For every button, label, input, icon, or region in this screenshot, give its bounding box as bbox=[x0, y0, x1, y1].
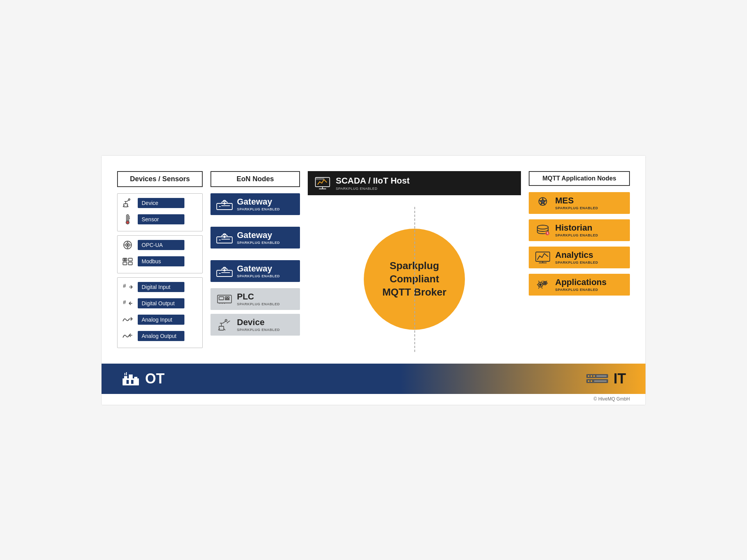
devices-header: Devices / Sensors bbox=[117, 171, 203, 187]
device-label-opcua: OPC-UA bbox=[138, 240, 184, 250]
plc-icon bbox=[216, 292, 233, 306]
eon-device-title: Device bbox=[237, 318, 280, 327]
device-item-analog-input: Analog Input bbox=[121, 313, 199, 327]
eon-gateway-1: Gateway SPARKPLUG ENABLED bbox=[210, 193, 300, 215]
ot-section: OT bbox=[121, 371, 165, 387]
mes-text: MES SPARKPLUG ENABLED bbox=[555, 196, 598, 210]
copyright-text: © HiveMQ GmbH bbox=[593, 396, 630, 402]
it-label-text: IT bbox=[614, 371, 626, 387]
svg-rect-82 bbox=[126, 380, 129, 384]
svg-rect-52 bbox=[219, 326, 224, 330]
applications-subtitle: SPARKPLUG ENABLED bbox=[555, 288, 607, 292]
gateway-title-1: Gateway bbox=[237, 197, 280, 206]
plc-title: PLC bbox=[237, 292, 280, 301]
wifi-box-icon-1 bbox=[216, 197, 233, 211]
svg-rect-45 bbox=[225, 297, 227, 298]
analog-output-icon bbox=[121, 329, 135, 343]
svg-point-67 bbox=[537, 225, 548, 229]
gateway-subtitle-2: SPARKPLUG ENABLED bbox=[237, 241, 280, 245]
svg-point-92 bbox=[588, 380, 589, 382]
device-group-1: Device Sensor bbox=[117, 193, 203, 231]
svg-point-56 bbox=[225, 320, 227, 322]
gateway-text-1: Gateway SPARKPLUG ENABLED bbox=[237, 197, 280, 211]
svg-point-75 bbox=[540, 284, 542, 286]
mqtt-header: MQTT Application Nodes bbox=[529, 171, 630, 186]
svg-rect-81 bbox=[134, 377, 137, 379]
scada-subtitle: SPARKPLUG ENABLED bbox=[336, 187, 410, 191]
analog-input-icon bbox=[121, 313, 135, 327]
device-label-digital-input: Digital Input bbox=[138, 282, 184, 292]
copyright: © HiveMQ GmbH bbox=[102, 394, 645, 405]
plc-subtitle: SPARKPLUG ENABLED bbox=[237, 302, 280, 306]
diagram-area: Devices / Sensors bbox=[102, 156, 645, 364]
mes-title: MES bbox=[555, 196, 598, 205]
device-item-sensor: Sensor bbox=[121, 212, 199, 226]
gateway-text-2: Gateway SPARKPLUG ENABLED bbox=[237, 231, 280, 245]
svg-rect-64 bbox=[322, 178, 324, 180]
svg-text:#: # bbox=[123, 299, 126, 305]
device-item-digital-input: # Digital Input bbox=[121, 280, 199, 294]
gateway-title-2: Gateway bbox=[237, 231, 280, 240]
svg-rect-20 bbox=[123, 262, 127, 265]
wifi-box-icon-2 bbox=[216, 231, 233, 245]
scada-title: SCADA / IIoT Host bbox=[336, 176, 410, 186]
device-label-digital-output: Digital Output bbox=[138, 298, 184, 308]
svg-rect-44 bbox=[219, 297, 224, 300]
device-item-digital-output: # Digital Output bbox=[121, 296, 199, 310]
columns-layout: Devices / Sensors bbox=[117, 171, 630, 352]
opcua-icon bbox=[121, 238, 135, 252]
eon-header: EoN Nodes bbox=[210, 171, 300, 187]
svg-rect-83 bbox=[131, 380, 133, 384]
svg-point-77 bbox=[544, 282, 546, 284]
eon-gateway-2: Gateway SPARKPLUG ENABLED bbox=[210, 227, 300, 248]
svg-point-8 bbox=[126, 221, 129, 224]
factory-icon bbox=[121, 371, 140, 387]
main-container: Devices / Sensors bbox=[101, 155, 646, 405]
svg-point-4 bbox=[128, 199, 130, 200]
app-historian: Historian SPARKPLUG ENABLED bbox=[529, 219, 630, 241]
modbus-icon bbox=[121, 254, 135, 268]
gateway-subtitle-1: SPARKPLUG ENABLED bbox=[237, 207, 280, 211]
server-it-icon bbox=[586, 373, 609, 384]
svg-rect-19 bbox=[128, 258, 132, 261]
svg-point-38 bbox=[224, 236, 225, 238]
eon-device-subtitle: SPARKPLUG ENABLED bbox=[237, 328, 280, 332]
svg-point-93 bbox=[591, 380, 592, 382]
svg-rect-85 bbox=[126, 372, 127, 375]
robot-arm2-icon bbox=[216, 318, 233, 332]
gateway-subtitle-3: SPARKPLUG ENABLED bbox=[237, 274, 280, 278]
device-item-robot: Device bbox=[121, 196, 199, 210]
it-section: IT bbox=[586, 371, 626, 387]
mes-subtitle: SPARKPLUG ENABLED bbox=[555, 206, 598, 210]
device-item-modbus: Modbus bbox=[121, 254, 199, 268]
applications-text: Applications SPARKPLUG ENABLED bbox=[555, 278, 607, 292]
device-label-modbus: Modbus bbox=[138, 256, 184, 266]
svg-rect-62 bbox=[316, 178, 319, 180]
device-label-analog-output: Analog Output bbox=[138, 331, 184, 341]
eon-gateway-3: Gateway SPARKPLUG ENABLED bbox=[210, 260, 300, 282]
applications-title: Applications bbox=[555, 278, 607, 287]
scada-box: SCADA / IIoT Host SPARKPLUG ENABLED bbox=[308, 171, 521, 195]
col-devices: Devices / Sensors bbox=[117, 171, 203, 352]
app-analytics: Analytics SPARKPLUG ENABLED bbox=[529, 247, 630, 268]
bottom-bar: OT IT bbox=[102, 364, 645, 394]
svg-point-90 bbox=[593, 375, 595, 377]
eon-device: Device SPARKPLUG ENABLED bbox=[210, 314, 300, 336]
svg-point-42 bbox=[224, 270, 225, 271]
svg-rect-46 bbox=[228, 297, 229, 298]
svg-rect-80 bbox=[129, 374, 133, 379]
gateway-text-3: Gateway SPARKPLUG ENABLED bbox=[237, 264, 280, 278]
digital-input-icon: # bbox=[121, 280, 135, 294]
device-group-2: OPC-UA bbox=[117, 235, 203, 273]
ot-label-text: OT bbox=[145, 371, 165, 387]
analytics-icon bbox=[534, 250, 551, 264]
app-applications: Applications SPARKPLUG ENABLED bbox=[529, 274, 630, 296]
svg-point-34 bbox=[224, 203, 225, 204]
historian-icon bbox=[534, 223, 551, 237]
eon-device-text: Device SPARKPLUG ENABLED bbox=[237, 318, 280, 332]
svg-text:#: # bbox=[123, 283, 126, 289]
gears-icon bbox=[534, 278, 551, 292]
svg-point-17 bbox=[127, 244, 128, 246]
svg-point-88 bbox=[588, 375, 589, 377]
svg-rect-47 bbox=[225, 299, 227, 300]
